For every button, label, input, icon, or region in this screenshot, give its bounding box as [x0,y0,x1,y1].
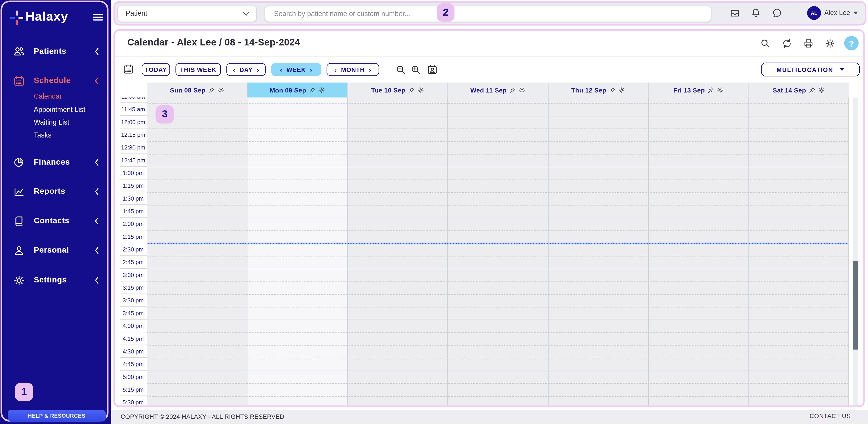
practitioner-card-icon[interactable] [427,64,438,75]
gear-icon[interactable] [417,87,424,93]
sidebar-subitem-tasks[interactable]: Tasks [34,132,100,142]
time-slot-label: 4:30 pm [120,345,147,358]
sidebar-item-schedule[interactable]: Schedule [2,73,107,89]
hamburger-menu-icon[interactable] [93,14,103,22]
mini-calendar-icon[interactable] [123,64,134,75]
sidebar-item-patients[interactable]: Patients [2,44,107,60]
multilocation-label: MULTILOCATION [776,66,833,73]
time-slot-label: 2:00 pm [120,218,147,230]
user-menu-caret-icon[interactable] [854,11,858,14]
search-icon[interactable] [760,38,771,49]
sidebar-subitem-calendar[interactable]: Calendar [34,92,100,104]
finances-icon [13,157,25,168]
day-column[interactable] [748,97,848,405]
day-header[interactable]: Tue 10 Sep [347,83,448,97]
pin-icon[interactable] [408,87,415,93]
sidebar-item-finances[interactable]: Finances [2,154,107,171]
prev-week-icon[interactable]: ‹ [280,67,283,72]
scrollbar-thumb[interactable] [853,261,858,349]
sidebar-item-label: Settings [34,275,67,284]
gear-icon[interactable] [318,87,325,93]
pin-icon[interactable] [509,87,516,93]
next-day-icon[interactable]: › [256,67,259,72]
footer: COPYRIGHT © 2024 HALAXY - ALL RIGHTS RES… [112,410,868,424]
user-name[interactable]: Alex Lee [824,9,850,17]
zoom-out-icon[interactable] [395,64,406,75]
sidebar-item-personal[interactable]: Personal [2,243,107,259]
prev-month-icon[interactable]: ‹ [334,67,337,72]
pin-icon[interactable] [708,87,714,93]
pin-icon[interactable] [208,87,215,93]
refresh-icon[interactable] [782,38,792,49]
bell-icon[interactable] [751,8,761,18]
gear-icon[interactable] [519,87,525,93]
gear-icon[interactable] [619,87,625,93]
time-slot-label: 1:45 pm [120,205,147,218]
day-view-button[interactable]: ‹ DAY › [226,63,266,76]
time-slot-label: 1:30 pm [120,192,147,205]
gear-icon[interactable] [218,87,224,93]
sidebar-subitem-appointment-list[interactable]: Appointment List [34,106,100,117]
contact-us-link[interactable]: CONTACT US [810,413,851,419]
sidebar-subitem-waiting-list[interactable]: Waiting List [34,118,100,130]
day-header[interactable]: Thu 12 Sep [548,83,648,97]
next-week-icon[interactable]: › [310,67,313,72]
copyright-text: COPYRIGHT © 2024 HALAXY - ALL RIGHTS RES… [121,413,284,420]
day-column[interactable] [447,97,548,405]
sidebar-item-reports[interactable]: Reports [2,184,107,200]
time-column: 11:30 am11:45 am12:00 pm12:15 pm12:30 pm… [120,97,147,405]
chevron-left-icon [94,77,100,85]
time-slot-label: 4:00 pm [120,319,147,332]
day-header[interactable]: Fri 13 Sep [648,83,748,97]
sidebar-item-label: Personal [34,245,69,254]
contacts-icon [13,216,25,227]
day-column[interactable] [648,97,748,405]
calendar-scrollbar[interactable] [853,98,858,406]
day-header[interactable]: Wed 11 Sep [447,83,548,97]
sidebar-item-label: Schedule [34,76,71,85]
day-header-label: Mon 09 Sep [270,87,306,93]
page-title: Calendar - Alex Lee / 08 - 14-Sep-2024 [127,37,300,48]
next-month-icon[interactable]: › [369,67,372,72]
tutorial-badge-2: 2 [437,3,455,22]
pin-icon[interactable] [609,87,616,93]
print-icon[interactable] [803,38,814,49]
gear-icon[interactable] [825,38,835,49]
logo[interactable]: Halaxy [9,8,106,28]
time-slot-label: 2:45 pm [120,256,147,268]
sidebar-item-label: Contacts [34,216,69,225]
pin-icon[interactable] [309,87,315,93]
help-button[interactable]: ? [844,36,859,50]
gear-icon[interactable] [818,87,825,93]
divider [115,57,863,57]
search-category-select[interactable]: Patient [117,5,257,22]
day-column[interactable] [347,97,448,405]
chat-icon[interactable] [772,8,782,18]
sidebar-item-settings[interactable]: Settings [2,273,107,289]
pin-icon[interactable] [809,87,815,93]
prev-day-icon[interactable]: ‹ [233,67,236,72]
day-column[interactable] [147,97,247,405]
gear-icon[interactable] [717,87,723,93]
day-header[interactable]: Sun 08 Sep [147,83,247,97]
calendar-grid: 3 [147,97,848,405]
sidebar-item-contacts[interactable]: Contacts [2,213,107,230]
help-resources-button[interactable]: HELP & RESOURCES [8,410,106,422]
day-column[interactable] [548,97,648,405]
week-view-button[interactable]: ‹ WEEK › [271,63,321,76]
this-week-button[interactable]: THIS WEEK [176,63,221,76]
avatar[interactable]: AL [807,6,821,20]
day-header[interactable]: Mon 09 Sep [247,83,347,97]
multilocation-button[interactable]: MULTILOCATION [761,63,860,77]
day-label: DAY [240,66,253,73]
patient-search-input[interactable] [273,6,696,21]
calendar-panel: Calendar - Alex Lee / 08 - 14-Sep-2024 ?… [114,29,865,407]
time-slot-label: 12:30 pm [120,141,147,154]
zoom-in-icon[interactable] [410,64,421,75]
caret-down-icon [840,68,844,71]
inbox-icon[interactable] [730,8,740,18]
day-header[interactable]: Sat 14 Sep [748,83,848,97]
day-column[interactable] [247,97,347,405]
today-button[interactable]: TODAY [142,63,170,76]
month-view-button[interactable]: ‹ MONTH › [327,63,379,76]
